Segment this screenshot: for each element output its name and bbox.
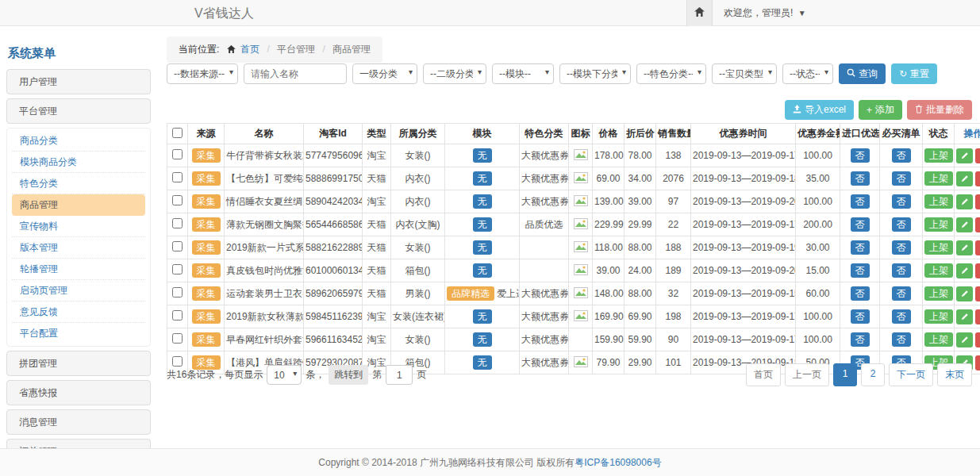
- row-checkbox[interactable]: [172, 241, 183, 251]
- home-button[interactable]: [686, 0, 713, 26]
- sidebar-item[interactable]: 版本管理: [12, 237, 145, 259]
- module-sub-select[interactable]: --模块下分类--: [559, 63, 631, 84]
- delete-button[interactable]: [975, 217, 980, 232]
- select-all-checkbox[interactable]: [172, 128, 183, 138]
- sidebar-group[interactable]: 消息管理: [6, 409, 151, 435]
- sidebar-item[interactable]: 商品管理: [12, 194, 145, 216]
- module-badge: 无: [473, 240, 492, 255]
- page-button[interactable]: 1: [833, 363, 857, 386]
- toolbar: 导入excel + 添加 批量删除: [785, 100, 972, 120]
- delete-button[interactable]: [975, 263, 980, 278]
- table-row: 采集 【七色纺】可爱纯棉家... 588869917501 天猫 内衣() 无 …: [167, 167, 980, 190]
- sidebar-group[interactable]: 省惠快报: [6, 380, 151, 405]
- row-checkbox[interactable]: [172, 264, 183, 274]
- products-table: 来源名称淘客Id类型所属分类模块特色分类图标价格折后价销售数量优惠券时间优惠券金…: [167, 123, 980, 374]
- item-type-select[interactable]: --宝贝类型--: [712, 63, 777, 84]
- edit-button[interactable]: [956, 217, 973, 232]
- status-select[interactable]: --状态--: [782, 63, 833, 84]
- page-button[interactable]: 2: [861, 363, 885, 386]
- source-badge: 采集: [192, 171, 221, 186]
- breadcrumb-home-link[interactable]: 首页: [240, 44, 259, 55]
- delete-button[interactable]: [975, 240, 980, 255]
- page-button[interactable]: 下一页: [889, 363, 933, 386]
- product-type: 天猫: [363, 282, 391, 305]
- taoke-id: 588869917501: [304, 167, 363, 190]
- sidebar-item[interactable]: 意见反馈: [12, 301, 145, 323]
- delete-button[interactable]: [975, 355, 980, 370]
- product-image-icon: [574, 290, 588, 301]
- category2-select[interactable]: --二级分类--: [423, 63, 486, 84]
- row-checkbox[interactable]: [172, 333, 183, 344]
- page-size-select[interactable]: 10: [267, 365, 302, 385]
- category1-select[interactable]: 一级分类: [352, 63, 417, 84]
- import-excel-button[interactable]: 导入excel: [785, 100, 854, 120]
- product-type: 淘宝: [363, 328, 391, 351]
- add-button[interactable]: + 添加: [859, 100, 902, 120]
- sidebar-group[interactable]: 平台管理: [6, 98, 151, 124]
- name-search-input[interactable]: [244, 63, 347, 84]
- coupon-time: 2019-09-13—2019-09-20: [691, 259, 796, 282]
- price: 118.00: [593, 236, 625, 259]
- user-menu[interactable]: 欢迎您，管理员! ▼: [724, 6, 806, 20]
- row-checkbox[interactable]: [172, 218, 183, 228]
- product-name: 情侣睡衣女夏丝绸男士...: [225, 190, 304, 213]
- discount-price: 88.00: [625, 236, 656, 259]
- row-checkbox[interactable]: [172, 195, 183, 205]
- delete-button[interactable]: [975, 148, 980, 163]
- page-button[interactable]: 首页: [746, 363, 781, 386]
- imported-badge: 否: [851, 309, 870, 324]
- source-select-wrap: --数据来源--: [167, 63, 238, 84]
- sidebar-item[interactable]: 轮播管理: [12, 259, 145, 280]
- page-button[interactable]: 上一页: [785, 363, 829, 386]
- column-header: 淘客Id: [304, 124, 363, 144]
- edit-button[interactable]: [956, 171, 973, 186]
- module-select[interactable]: --模块--: [492, 63, 554, 84]
- jump-page-input[interactable]: [386, 365, 413, 385]
- sidebar-item[interactable]: 模块商品分类: [12, 152, 145, 173]
- jump-button[interactable]: 跳转到: [329, 365, 368, 385]
- plus-icon: +: [867, 105, 872, 116]
- taoke-id: 588216228899: [304, 236, 363, 259]
- jump-suffix: 页: [417, 368, 426, 382]
- sidebar-item[interactable]: 商品分类: [12, 130, 145, 152]
- cat2-select-wrap: --二级分类--: [423, 63, 486, 84]
- sidebar-item[interactable]: 宣传物料: [12, 216, 145, 237]
- edit-button[interactable]: [956, 309, 973, 324]
- delete-button[interactable]: [975, 194, 980, 209]
- edit-button[interactable]: [956, 263, 973, 278]
- sidebar-group[interactable]: 拼团管理: [6, 351, 151, 376]
- coupon-amount: 100.00: [796, 328, 840, 351]
- sidebar-group[interactable]: 用户管理: [6, 69, 151, 94]
- delete-button[interactable]: [975, 309, 980, 324]
- price: 39.00: [593, 259, 625, 282]
- sidebar-item[interactable]: 特色分类: [12, 173, 145, 194]
- home-icon: [694, 7, 705, 19]
- sales-count: 32: [656, 282, 691, 305]
- edit-button[interactable]: [956, 286, 973, 301]
- edit-button[interactable]: [956, 332, 973, 347]
- row-checkbox[interactable]: [172, 149, 183, 159]
- data-source-select[interactable]: --数据来源--: [167, 63, 238, 84]
- feature-category-select[interactable]: --特色分类--: [636, 63, 706, 84]
- product-name: 2019新款一片式系...: [225, 236, 304, 259]
- module-badge: 无: [473, 148, 492, 163]
- column-header: 状态: [923, 124, 955, 144]
- sales-count: 2076: [656, 167, 691, 190]
- batch-delete-button[interactable]: 批量删除: [907, 100, 972, 120]
- row-checkbox[interactable]: [172, 310, 183, 321]
- edit-button[interactable]: [956, 148, 973, 163]
- delete-button[interactable]: [975, 286, 980, 301]
- sidebar-item[interactable]: 启动页管理: [12, 280, 145, 301]
- icp-link[interactable]: 粤ICP备16098006号: [575, 457, 661, 468]
- reset-button[interactable]: ↻ 重置: [891, 63, 937, 84]
- edit-button[interactable]: [956, 240, 973, 255]
- row-checkbox[interactable]: [172, 287, 183, 298]
- edit-button[interactable]: [956, 194, 973, 209]
- search-button[interactable]: 查询: [839, 63, 886, 84]
- page-button[interactable]: 末页: [937, 363, 972, 386]
- delete-button[interactable]: [975, 171, 980, 186]
- delete-button[interactable]: [975, 332, 980, 347]
- row-checkbox[interactable]: [172, 172, 183, 182]
- sidebar-item[interactable]: 平台配置: [12, 323, 145, 344]
- imported-badge: 否: [851, 263, 870, 278]
